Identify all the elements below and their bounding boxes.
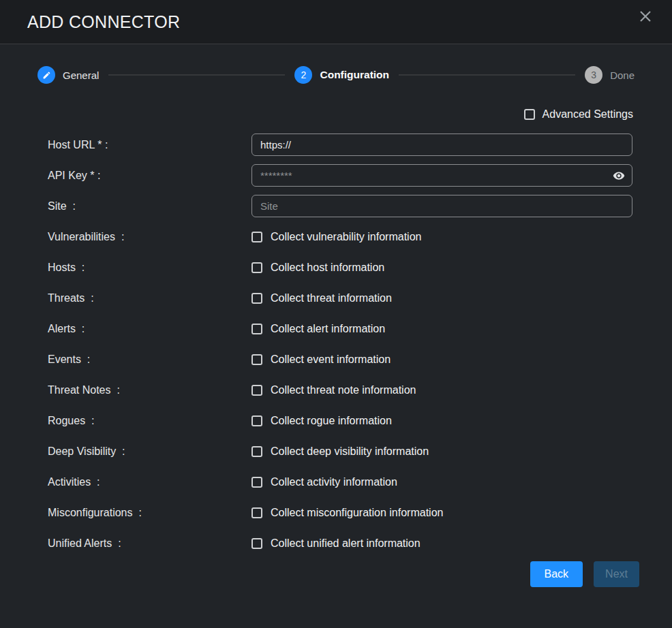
pencil-icon [37, 66, 55, 84]
step-3-badge: 3 [585, 66, 602, 84]
unified-alerts-checkbox-label[interactable]: Collect unified alert information [271, 537, 421, 550]
unified-alerts-row: Unified Alerts : Collect unified alert i… [0, 528, 672, 559]
eye-icon[interactable] [613, 170, 625, 182]
threats-label: Threats : [48, 292, 251, 304]
rogues-label: Rogues : [48, 415, 251, 427]
unified-alerts-label: Unified Alerts : [48, 537, 251, 550]
activities-checkbox[interactable] [251, 477, 262, 488]
threat-notes-row: Threat Notes : Collect threat note infor… [0, 375, 672, 405]
hosts-row: Hosts : Collect host information [0, 252, 672, 283]
rogues-row: Rogues : Collect rogue information [0, 405, 672, 436]
alerts-checkbox-label[interactable]: Collect alert information [271, 323, 385, 335]
unified-alerts-checkbox[interactable] [251, 538, 262, 549]
step-general[interactable]: General [37, 66, 99, 84]
page-title: ADD CONNECTOR [27, 12, 180, 32]
back-button[interactable]: Back [530, 561, 583, 587]
advanced-settings-row: Advanced Settings [0, 108, 672, 121]
host-url-input[interactable] [251, 134, 632, 156]
configuration-form: Host URL * : API Key * : Site : Vulnerab… [0, 129, 672, 559]
hosts-checkbox[interactable] [251, 262, 262, 273]
threats-checkbox-label[interactable]: Collect threat information [271, 292, 392, 304]
threat-notes-checkbox[interactable] [251, 385, 262, 396]
misconfigurations-row: Misconfigurations : Collect misconfigura… [0, 497, 672, 528]
step-configuration[interactable]: 2 Configuration [294, 66, 389, 84]
alerts-label: Alerts : [48, 323, 251, 335]
hosts-label: Hosts : [48, 262, 251, 274]
deep-visibility-checkbox-label[interactable]: Collect deep visibility information [271, 445, 429, 458]
advanced-settings-label[interactable]: Advanced Settings [543, 108, 633, 121]
step-2-badge: 2 [294, 66, 312, 84]
step-done-label: Done [610, 69, 635, 81]
dialog-footer: Back Next [0, 561, 672, 587]
events-checkbox-label[interactable]: Collect event information [271, 354, 391, 366]
vulnerabilities-row: Vulnerabilities : Collect vulnerability … [0, 221, 672, 252]
threats-row: Threats : Collect threat information [0, 283, 672, 313]
advanced-settings-checkbox[interactable] [524, 109, 535, 120]
misconfigurations-checkbox-label[interactable]: Collect misconfiguration information [271, 507, 443, 519]
site-input[interactable] [251, 195, 632, 217]
activities-label: Activities : [48, 476, 251, 488]
wizard-stepper: General 2 Configuration 3 Done [0, 66, 672, 84]
next-button[interactable]: Next [594, 561, 639, 587]
misconfigurations-label: Misconfigurations : [48, 507, 251, 519]
deep-visibility-checkbox[interactable] [251, 446, 262, 457]
step-general-label: General [63, 69, 99, 81]
events-row: Events : Collect event information [0, 344, 672, 375]
events-checkbox[interactable] [251, 354, 262, 365]
threat-notes-label: Threat Notes : [48, 384, 251, 396]
api-key-input[interactable] [251, 164, 632, 187]
deep-visibility-label: Deep Visibility : [48, 445, 251, 458]
step-done[interactable]: 3 Done [585, 66, 635, 84]
close-icon[interactable] [637, 7, 654, 25]
api-key-field-wrap [251, 164, 632, 187]
api-key-row: API Key * : [0, 160, 672, 191]
activities-row: Activities : Collect activity informatio… [0, 467, 672, 497]
site-row: Site : [0, 191, 672, 221]
vulnerabilities-checkbox[interactable] [251, 232, 262, 242]
vulnerabilities-checkbox-label[interactable]: Collect vulnerability information [271, 231, 421, 243]
host-url-row: Host URL * : [0, 129, 672, 160]
add-connector-dialog: ADD CONNECTOR General 2 Configuration 3 … [0, 0, 672, 628]
rogues-checkbox-label[interactable]: Collect rogue information [271, 415, 392, 427]
stepper-connector [108, 74, 285, 76]
hosts-checkbox-label[interactable]: Collect host information [271, 262, 384, 274]
alerts-row: Alerts : Collect alert information [0, 313, 672, 344]
dialog-header: ADD CONNECTOR [0, 0, 672, 44]
stepper-connector [399, 74, 575, 76]
threat-notes-checkbox-label[interactable]: Collect threat note information [271, 384, 416, 396]
site-label: Site : [48, 200, 251, 213]
misconfigurations-checkbox[interactable] [251, 507, 262, 518]
host-url-label: Host URL * : [48, 139, 251, 151]
api-key-label: API Key * : [48, 170, 251, 182]
events-label: Events : [48, 354, 251, 366]
threats-checkbox[interactable] [251, 293, 262, 304]
step-configuration-label: Configuration [320, 69, 389, 81]
rogues-checkbox[interactable] [251, 415, 262, 426]
alerts-checkbox[interactable] [251, 324, 262, 334]
vulnerabilities-label: Vulnerabilities : [48, 231, 251, 243]
deep-visibility-row: Deep Visibility : Collect deep visibilit… [0, 436, 672, 467]
activities-checkbox-label[interactable]: Collect activity information [271, 476, 397, 488]
